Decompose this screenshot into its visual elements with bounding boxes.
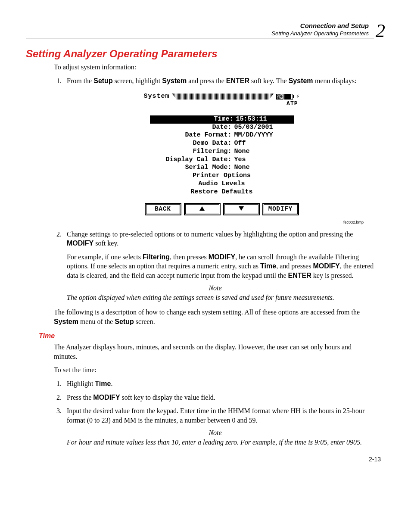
menu-row-time[interactable]: Time:15:53:11 [150, 115, 294, 124]
subsection-time-heading: Time [39, 332, 385, 340]
procedure-list: From the Setup screen, highlight System … [54, 76, 377, 280]
figure-filename: fec032.bmp [67, 220, 364, 225]
menu-row-restore-defaults[interactable]: Restore Defaults [150, 188, 294, 196]
step-1: From the Setup screen, highlight System … [63, 76, 377, 225]
softkey-back[interactable]: BACK [145, 203, 181, 215]
header-section-title: Setting Analyzer Operating Parameters [271, 30, 369, 37]
menu-row-filtering[interactable]: Filtering:None [150, 148, 294, 156]
page-header: Connection and Setup Setting Analyzer Op… [26, 22, 385, 38]
header-chapter-title: Connection and Setup [300, 22, 369, 29]
battery-percent: 34 [276, 94, 283, 100]
note2-body: For hour and minute values less than 10,… [67, 438, 364, 447]
menu-row-demo-data[interactable]: Demo Data:Off [150, 140, 294, 148]
intro-text: To adjust system information: [54, 62, 377, 72]
soft-key-row: BACK MODIFY [142, 199, 302, 218]
note2-heading: Note [54, 429, 377, 437]
note-body: The option displayed when exiting the se… [67, 293, 364, 302]
step-2: Change settings to pre-selected options … [63, 230, 377, 280]
softkey-modify[interactable]: MODIFY [262, 203, 299, 215]
battery-indicator: 34 ⚡ [276, 93, 300, 101]
chapter-number: 2 [374, 22, 385, 40]
system-menu-figure: System 34 ⚡ ATP Time:15:53:11 Date:05/03… [67, 91, 377, 218]
lcd-mode: ATP [142, 100, 302, 108]
time-procedure-list: Highlight Time. Press the MODIFY soft ke… [54, 379, 377, 425]
section-heading: Setting Analyzer Operating Parameters [26, 48, 385, 60]
lcd-screen: System 34 ⚡ ATP Time:15:53:11 Date:05/03… [142, 91, 302, 218]
down-arrow-icon [239, 206, 244, 211]
step-2-example: For example, if one selects Filtering, t… [67, 252, 377, 280]
menu-row-printer-options[interactable]: Printer Options [150, 172, 294, 180]
lcd-menu: Time:15:53:11 Date:05/03/2001 Date Forma… [142, 108, 302, 200]
page-number: 2-13 [26, 456, 381, 463]
lcd-title: System [144, 92, 170, 101]
menu-row-display-cal-date[interactable]: Display Cal Date:Yes [150, 156, 294, 164]
time-step-1: Highlight Time. [63, 379, 377, 389]
softkey-down[interactable] [223, 203, 260, 215]
menu-row-audio-levels[interactable]: Audio Levels [150, 180, 294, 188]
up-arrow-icon [199, 206, 205, 211]
time-description: The Analyzer displays hours, minutes, an… [54, 342, 377, 361]
menu-row-serial-mode[interactable]: Serial Mode:None [150, 164, 294, 172]
time-step-2: Press the MODIFY soft key to display the… [63, 393, 377, 402]
note-heading: Note [54, 284, 377, 292]
battery-icon [284, 94, 293, 100]
menu-row-date[interactable]: Date:05/03/2001 [150, 124, 294, 132]
menu-row-date-format[interactable]: Date Format:MM/DD/YYYY [150, 131, 294, 140]
softkey-up[interactable] [184, 203, 221, 215]
time-intro: To set the time: [54, 365, 377, 375]
time-step-3: Input the desired value from the keypad.… [63, 406, 377, 425]
following-text: The following is a description of how to… [54, 308, 377, 326]
plug-icon: ⚡ [296, 93, 299, 101]
lcd-tab-decoration [172, 93, 274, 100]
